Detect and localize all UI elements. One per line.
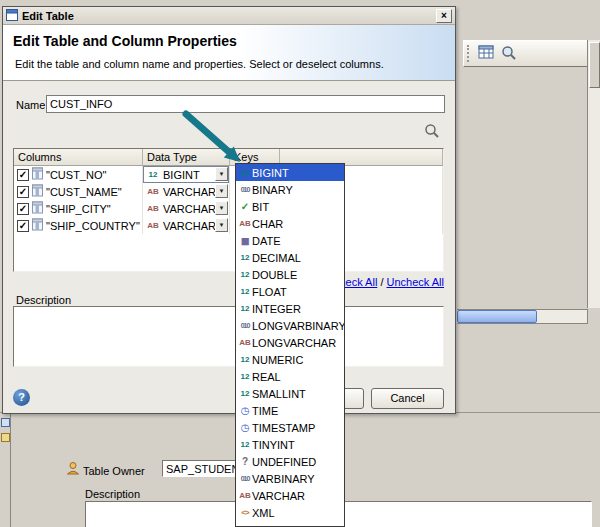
dropdown-item-char[interactable]: ABCHAR [236,215,344,232]
vertical-scrollbar-thumb[interactable] [589,42,600,88]
search-icon[interactable] [424,123,440,139]
description-textarea[interactable] [13,306,444,367]
combo-dropdown-button[interactable]: ▼ [215,218,228,232]
dropdown-item-label: VARBINARY [252,473,315,485]
dialog-titlebar[interactable]: Edit Table × [3,7,455,25]
data-type-cell[interactable]: 12 BIGINT ▼ [143,166,230,183]
data-type-cell[interactable]: AB VARCHAR ▼ [143,217,230,234]
dropdown-item-label: FLOAT [252,286,287,298]
row-checkbox[interactable]: ✓ [17,220,29,232]
bit-type-icon: ✓ [238,201,252,212]
dropdown-item-date[interactable]: ▦DATE [236,232,344,249]
help-button[interactable]: ? [13,389,30,406]
table-row[interactable]: ✓ "SHIP_CITY" AB VARCHAR ▼ [14,200,443,217]
table-row[interactable]: ✓ "CUST_NO" 12 BIGINT ▼ [14,166,443,183]
dropdown-item-smallint[interactable]: 12SMALLINT [236,385,344,402]
horizontal-scrollbar[interactable] [457,309,587,324]
name-input[interactable] [46,95,445,113]
dropdown-item-label: BIT [252,201,269,213]
dropdown-item-label: REAL [252,371,281,383]
dropdown-item-label: DECIMAL [252,252,301,264]
wizard-title: Edit Table and Column Properties [13,33,237,49]
dropdown-item-label: SMALLINT [252,388,306,400]
dropdown-item-label: VARCHAR [252,490,305,502]
table-row[interactable]: ✓ "SHIP_COUNTRY" AB VARCHAR ▼ [14,217,443,234]
table-row[interactable]: ✓ "CUST_NAME" AB VARCHAR ▼ [14,183,443,200]
row-checkbox[interactable]: ✓ [17,203,29,215]
close-button[interactable]: × [436,9,452,23]
data-grid-icon[interactable] [476,45,496,64]
check-icon: ✓ [19,203,27,214]
dropdown-item-real[interactable]: 12REAL [236,368,344,385]
column-name-cell: ✓ "SHIP_COUNTRY" [14,217,143,234]
dialog-title: Edit Table [22,10,74,22]
timestamp-type-icon: ◷ [238,422,252,433]
binary-type-icon: 010 [238,322,252,329]
dropdown-item-numeric[interactable]: 12NUMERIC [236,351,344,368]
combo-dropdown-button[interactable]: ▼ [215,184,228,198]
column-name: "SHIP_CITY" [46,203,111,215]
dropdown-item-integer[interactable]: 12INTEGER [236,300,344,317]
dropdown-item-label: BINARY [252,184,293,196]
row-checkbox[interactable]: ✓ [17,169,29,181]
date-type-icon: ▦ [238,236,252,246]
column-header-data-type[interactable]: Data Type [143,149,230,166]
character-type-icon: AB [238,219,252,228]
dropdown-item-double[interactable]: 12DOUBLE [236,266,344,283]
dropdown-item-varbinary[interactable]: 010VARBINARY [236,470,344,487]
dropdown-item-label: UNDEFINED [252,456,316,468]
row-checkbox[interactable]: ✓ [17,186,29,198]
scrollbar-corner [587,309,600,324]
edit-table-dialog: Edit Table × Edit Table and Column Prope… [2,6,456,414]
dropdown-item-decimal[interactable]: 12DECIMAL [236,249,344,266]
dropdown-item-label: DATE [252,235,281,247]
dropdown-item-bigint[interactable]: 12BIGINT [236,164,344,181]
dropdown-item-label: XML [252,507,275,519]
fast-view-icon-1[interactable] [1,418,10,427]
cancel-button[interactable]: Cancel [371,388,444,409]
dropdown-item-xml[interactable]: <>XML [236,504,344,521]
numeric-type-icon: 12 [238,253,252,262]
dropdown-item-undefined[interactable]: ?UNDEFINED [236,453,344,470]
screen: Table Owner Description Edit Table × Edi… [0,0,600,527]
character-type-icon: AB [146,187,160,196]
dropdown-item-varchar[interactable]: ABVARCHAR [236,487,344,504]
dropdown-item-timestamp[interactable]: ◷TIMESTAMP [236,419,344,436]
vertical-scrollbar[interactable] [587,40,600,308]
toolbar-drag-handle[interactable] [467,45,470,62]
dropdown-item-bit[interactable]: ✓BIT [236,198,344,215]
column-icon [32,184,43,199]
check-icon: ✓ [19,186,27,197]
panel-description-label: Description [85,488,140,500]
column-header-columns[interactable]: Columns [14,149,143,166]
data-type-cell[interactable]: AB VARCHAR ▼ [143,183,230,200]
undefined-type-icon: ? [238,456,252,467]
numeric-type-icon: 12 [238,440,252,449]
combo-arrow-icon: ▼ [219,171,225,177]
wizard-description: Edit the table and column name and prope… [15,58,384,70]
data-type-dropdown: 12BIGINT 010BINARY ✓BIT ABCHAR ▦DATE 12D… [235,163,345,527]
data-type-cell[interactable]: AB VARCHAR ▼ [143,200,230,217]
dropdown-item-longvarchar[interactable]: ABLONGVARCHAR [236,334,344,351]
dropdown-item-float[interactable]: 12FLOAT [236,283,344,300]
column-name-cell: ✓ "SHIP_CITY" [14,200,143,217]
dropdown-item-longvarbinary[interactable]: 010LONGVARBINARY [236,317,344,334]
numeric-type-icon: 12 [238,389,252,398]
zoom-icon[interactable] [499,45,519,64]
combo-dropdown-button[interactable]: ▼ [215,167,228,181]
dropdown-item-time[interactable]: ◷TIME [236,402,344,419]
dropdown-item-tinyint[interactable]: 12TINYINT [236,436,344,453]
combo-dropdown-button[interactable]: ▼ [215,201,228,215]
dropdown-item-label: INTEGER [252,303,301,315]
fast-view-icon-2[interactable] [1,433,10,442]
horizontal-scrollbar-thumb[interactable] [457,310,537,323]
numeric-type-icon: 12 [238,304,252,313]
column-icon [32,167,43,182]
dropdown-item-label: LONGVARCHAR [252,337,336,349]
uncheck-all-link[interactable]: Uncheck All [387,276,444,288]
time-type-icon: ◷ [238,405,252,416]
dropdown-item-binary[interactable]: 010BINARY [236,181,344,198]
columns-table-header: Columns Data Type Keys [14,149,443,166]
close-icon: × [441,10,447,21]
columns-table: Columns Data Type Keys ✓ "CUST_NO" 12 BI… [13,148,444,272]
